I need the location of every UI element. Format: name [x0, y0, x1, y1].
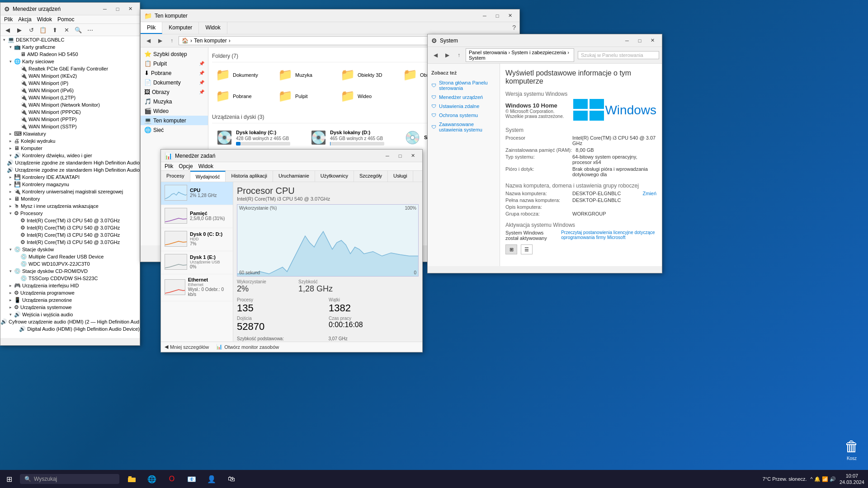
tree-item[interactable]: ▾ 💿 Stacje dysków CD-ROM/DVD: [0, 267, 140, 275]
tree-item[interactable]: ▸ ⚙ Urządzenia programowe: [0, 289, 140, 296]
tree-item[interactable]: 🔊 Urządzenie zgodne ze standardem High D…: [0, 159, 140, 166]
sidebar-item[interactable]: 🖼Obrazy📌: [141, 87, 208, 97]
less-details-link[interactable]: ◀ Mniej szczegółów: [165, 344, 209, 350]
tree-item[interactable]: ▸ 🖨 Kolejki wydruku: [0, 137, 140, 145]
sidebar-item[interactable]: ⭐Szybki dostęp: [141, 49, 208, 59]
tree-item[interactable]: 🔌 WAN Miniport (L2TP): [0, 94, 140, 101]
folder-item[interactable]: 📁Pulpit: [274, 87, 333, 105]
tree-item[interactable]: ⚙ Intel(R) Core(TM) i3 CPU 540 @ 3.07GHz: [0, 217, 140, 224]
tree-item[interactable]: ▾ 💿 Stacje dysków: [0, 246, 140, 253]
taskbar-search[interactable]: 🔍 Wyszukaj: [20, 474, 119, 484]
taskbar-explorer-icon[interactable]: [123, 470, 141, 488]
toolbar-forward[interactable]: ▶: [14, 25, 25, 35]
taskmgr-tab[interactable]: Uruchamianie: [273, 171, 315, 182]
sidebar-item[interactable]: 📋Pulpit📌: [141, 59, 208, 68]
perf-sidebar-item[interactable]: Ethernet Ethernet Wysł.: 0 Odebr.: 0 kb/…: [161, 274, 233, 301]
taskmgr-tab[interactable]: Użytkownicy: [315, 171, 354, 182]
explorer-tab-plik[interactable]: Plik: [141, 22, 162, 34]
tree-item[interactable]: ▾ 📺 Karty graficzne: [0, 43, 140, 51]
toolbar-refresh[interactable]: ↺: [26, 25, 37, 35]
taskmgr-menu-widok[interactable]: Widok: [198, 163, 213, 169]
sidebar-item[interactable]: 📄Dokumenty📌: [141, 78, 208, 87]
tree-item[interactable]: ▾ 🌐 Karty sieciowe: [0, 58, 140, 65]
taskbar-clock[interactable]: 10:07 24.03.2024: [840, 473, 864, 486]
toolbar-update[interactable]: ⬆: [49, 25, 60, 35]
tree-item[interactable]: 🔌 WAN Miniport (PPPOE): [0, 108, 140, 116]
device-item[interactable]: 💽 Dysk lokalny (C:) 428 GB wolnych z 465…: [212, 127, 302, 148]
taskmgr-tab[interactable]: Usługi: [388, 171, 413, 182]
devmgr-menu-plik[interactable]: Plik: [4, 16, 13, 23]
folder-item[interactable]: 📁Muzyka: [274, 66, 333, 84]
tree-item[interactable]: 💿 Multiple Card Reader USB Device: [0, 253, 140, 260]
devmgr-close[interactable]: ✕: [124, 5, 136, 14]
tree-item[interactable]: 🔌 Realtek PCIe GbE Family Controller: [0, 65, 140, 72]
perf-sidebar-item[interactable]: CPU 2% 1,28 GHz: [161, 182, 233, 205]
tree-item[interactable]: ⚙ Intel(R) Core(TM) i3 CPU 540 @ 3.07GHz: [0, 224, 140, 231]
nav-forward[interactable]: ▶: [155, 36, 165, 46]
tree-item[interactable]: ▸ 💾 Kontrolery magazynu: [0, 181, 140, 188]
explorer-help[interactable]: ?: [509, 22, 519, 34]
perf-sidebar-item[interactable]: Pamięć 2,5/8,0 GB (31%): [161, 205, 233, 228]
devmgr-menu-widok[interactable]: Widok: [37, 16, 52, 23]
tree-item[interactable]: 🔌 WAN Miniport (IKEv2): [0, 72, 140, 80]
explorer-tab-komputer[interactable]: Komputer: [162, 22, 199, 34]
sidebar-item[interactable]: ⬇Pobrane📌: [141, 68, 208, 78]
folder-item[interactable]: 📁Pobrane: [212, 87, 271, 105]
tree-item[interactable]: ▸ ⚙ Urządzenia systemowe: [0, 304, 140, 311]
system-sidebar-item[interactable]: 🛡Ustawienia zdalne: [428, 102, 500, 111]
tree-item[interactable]: ▸ ⌨ Klawiatury: [0, 130, 140, 137]
perf-sidebar-item[interactable]: Dysk 1 (E:) Urządzenie USB 0%: [161, 251, 233, 274]
device-item[interactable]: 💽 Dysk lokalny (D:) 465 GB wolnych z 465…: [306, 127, 396, 148]
folder-item[interactable]: 📁Dokumenty: [212, 66, 271, 84]
list-view-btn[interactable]: ☰: [521, 244, 533, 254]
tree-item[interactable]: 🔌 WAN Miniport (SSTP): [0, 123, 140, 130]
taskmgr-tab[interactable]: Historia aplikacji: [226, 171, 273, 182]
system-maximize[interactable]: □: [634, 36, 646, 45]
system-sidebar-item[interactable]: 🛡Strona główna Panelu sterowania: [428, 78, 500, 93]
sys-search[interactable]: Szukaj w Panelu sterowania: [578, 51, 659, 59]
explorer-tab-widok[interactable]: Widok: [199, 22, 227, 34]
tree-item[interactable]: 🔌 WAN Miniport (PPTP): [0, 116, 140, 123]
taskmgr-tab[interactable]: Wydajność: [190, 171, 226, 182]
sidebar-item[interactable]: 🎬Wideo: [141, 106, 208, 116]
folder-item[interactable]: 📁Obiekty 3D: [337, 66, 396, 84]
system-sidebar-item[interactable]: 🛡Menedżer urządzeń: [428, 93, 500, 102]
taskbar-store-icon[interactable]: 🛍: [222, 470, 241, 488]
tree-item[interactable]: ▸ 🖥 Komputer: [0, 145, 140, 152]
tree-item[interactable]: ▾ ⚙ Procesory: [0, 210, 140, 217]
tree-item[interactable]: ⚙ Intel(R) Core(TM) i3 CPU 540 @ 3.07GHz: [0, 231, 140, 239]
tree-item[interactable]: ▾ 🔊 Kontrolery dźwięku, wideo i gier: [0, 152, 140, 159]
toolbar-properties[interactable]: 📋: [38, 25, 48, 35]
taskmgr-tab[interactable]: Szczegóły: [354, 171, 388, 182]
open-monitor-link[interactable]: 📊 Otwórz monitor zasobów: [216, 344, 279, 350]
tree-item[interactable]: ▸ 🔌 Kontrolery uniwersalnej magistrali s…: [0, 188, 140, 195]
taskbar-opera-icon[interactable]: O: [163, 470, 181, 488]
change-btn[interactable]: Zmień: [642, 191, 656, 196]
tree-item[interactable]: 🔊 Digital Audio (HDMI) (High Definition …: [0, 325, 140, 333]
taskmgr-menu-opcje[interactable]: Opcje: [179, 163, 193, 169]
tree-item[interactable]: ▾ 🔊 Wejścia i wyjścia audio: [0, 311, 140, 318]
tree-item[interactable]: ▾ 💻 DESKTOP-ELGNBLC: [0, 36, 140, 43]
tree-item[interactable]: 🔊 Cyfrowe urządzenie audio (HDMI) (2 — H…: [0, 318, 140, 325]
sys-nav-forward[interactable]: ▶: [442, 50, 452, 60]
start-button[interactable]: ⊞: [0, 470, 18, 488]
taskmgr-menu-plik[interactable]: Plik: [165, 163, 173, 169]
taskmgr-tab[interactable]: Procesy: [161, 171, 190, 182]
devmgr-minimize[interactable]: ─: [99, 5, 111, 14]
recycle-bin[interactable]: 🗑 Kosz: [844, 438, 859, 461]
sidebar-item[interactable]: 🌐Sieć: [141, 125, 208, 135]
sidebar-item[interactable]: 💻Ten komputer: [141, 116, 208, 125]
activation-link[interactable]: Przeczytaj postanowienia licencyjne doty…: [561, 230, 656, 241]
taskmgr-close[interactable]: ✕: [407, 151, 419, 160]
taskbar-edge-icon[interactable]: 🌐: [143, 470, 161, 488]
system-minimize[interactable]: ─: [621, 36, 633, 45]
system-close[interactable]: ✕: [646, 36, 658, 45]
perf-sidebar-item[interactable]: Dysk 0 (C: D:) HDD 7%: [161, 228, 233, 251]
tree-item[interactable]: 🖥 AMD Radeon HD 5450: [0, 51, 140, 58]
tree-item[interactable]: 💿 TSSCorp CDDVDW SH-S223C: [0, 275, 140, 282]
devmgr-maximize[interactable]: □: [112, 5, 123, 14]
nav-back[interactable]: ◀: [143, 36, 153, 46]
toolbar-more[interactable]: ⋯: [85, 25, 95, 35]
grid-view-btn[interactable]: ⊞: [505, 244, 517, 254]
devmgr-menu-pomoc[interactable]: Pomoc: [57, 16, 74, 23]
